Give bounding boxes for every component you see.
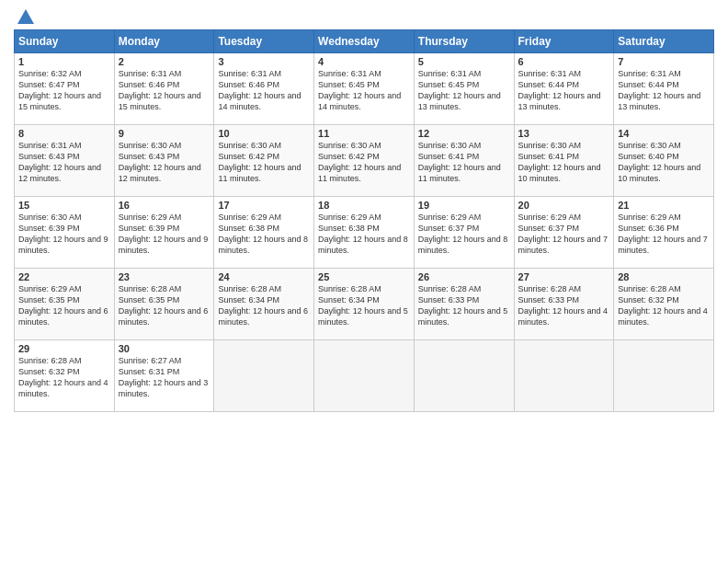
calendar-table: SundayMondayTuesdayWednesdayThursdayFrid…	[14, 29, 714, 412]
day-number: 1	[18, 56, 110, 67]
calendar-cell: 24 Sunrise: 6:28 AM Sunset: 6:34 PM Dayl…	[214, 269, 314, 340]
day-info: Sunrise: 6:30 AM Sunset: 6:39 PM Dayligh…	[18, 212, 110, 257]
day-number: 14	[618, 128, 710, 139]
svg-marker-0	[17, 9, 34, 24]
weekday-header: Thursday	[414, 30, 514, 53]
logo	[14, 9, 36, 22]
day-info: Sunrise: 6:29 AM Sunset: 6:39 PM Dayligh…	[119, 212, 210, 257]
day-number: 27	[518, 271, 610, 282]
weekday-header: Tuesday	[214, 30, 314, 53]
day-number: 2	[119, 56, 210, 67]
day-number: 18	[318, 200, 410, 211]
day-number: 17	[218, 200, 310, 211]
day-number: 10	[218, 128, 310, 139]
calendar-cell: 4 Sunrise: 6:31 AM Sunset: 6:45 PM Dayli…	[314, 53, 415, 125]
weekday-header: Sunday	[15, 30, 115, 53]
calendar-cell: 5 Sunrise: 6:31 AM Sunset: 6:45 PM Dayli…	[414, 53, 514, 125]
calendar-cell: 29 Sunrise: 6:28 AM Sunset: 6:32 PM Dayl…	[15, 340, 115, 412]
day-number: 9	[119, 128, 210, 139]
day-info: Sunrise: 6:28 AM Sunset: 6:35 PM Dayligh…	[119, 283, 210, 328]
calendar-cell: 9 Sunrise: 6:30 AM Sunset: 6:43 PM Dayli…	[114, 125, 214, 197]
day-number: 8	[18, 128, 110, 139]
logo-icon	[16, 7, 36, 28]
weekday-header: Friday	[514, 30, 614, 53]
day-info: Sunrise: 6:29 AM Sunset: 6:37 PM Dayligh…	[418, 212, 510, 257]
day-number: 19	[418, 200, 510, 211]
calendar-cell: 3 Sunrise: 6:31 AM Sunset: 6:46 PM Dayli…	[214, 53, 314, 125]
day-number: 16	[119, 200, 210, 211]
day-number: 7	[618, 56, 710, 67]
day-number: 23	[119, 271, 210, 282]
day-number: 29	[18, 343, 110, 354]
day-number: 21	[618, 200, 710, 211]
calendar-page: SundayMondayTuesdayWednesdayThursdayFrid…	[0, 0, 728, 563]
day-info: Sunrise: 6:29 AM Sunset: 6:38 PM Dayligh…	[218, 212, 310, 257]
calendar-cell: 12 Sunrise: 6:30 AM Sunset: 6:41 PM Dayl…	[414, 125, 514, 197]
calendar-cell: 1 Sunrise: 6:32 AM Sunset: 6:47 PM Dayli…	[15, 53, 115, 125]
weekday-header: Wednesday	[314, 30, 415, 53]
day-info: Sunrise: 6:32 AM Sunset: 6:47 PM Dayligh…	[18, 68, 110, 113]
calendar-cell	[514, 340, 614, 412]
day-number: 24	[218, 271, 310, 282]
day-number: 6	[518, 56, 610, 67]
calendar-cell: 28 Sunrise: 6:28 AM Sunset: 6:32 PM Dayl…	[614, 269, 714, 340]
calendar-cell: 17 Sunrise: 6:29 AM Sunset: 6:38 PM Dayl…	[214, 197, 314, 269]
calendar-cell: 13 Sunrise: 6:30 AM Sunset: 6:41 PM Dayl…	[514, 125, 614, 197]
calendar-week-row: 15 Sunrise: 6:30 AM Sunset: 6:39 PM Dayl…	[15, 197, 714, 269]
day-number: 11	[318, 128, 410, 139]
day-info: Sunrise: 6:31 AM Sunset: 6:46 PM Dayligh…	[119, 68, 210, 113]
calendar-cell: 7 Sunrise: 6:31 AM Sunset: 6:44 PM Dayli…	[614, 53, 714, 125]
day-info: Sunrise: 6:31 AM Sunset: 6:45 PM Dayligh…	[418, 68, 510, 113]
day-info: Sunrise: 6:28 AM Sunset: 6:34 PM Dayligh…	[218, 283, 310, 328]
calendar-cell: 8 Sunrise: 6:31 AM Sunset: 6:43 PM Dayli…	[15, 125, 115, 197]
day-info: Sunrise: 6:28 AM Sunset: 6:33 PM Dayligh…	[518, 283, 610, 328]
day-number: 13	[518, 128, 610, 139]
day-info: Sunrise: 6:30 AM Sunset: 6:41 PM Dayligh…	[418, 140, 510, 185]
day-info: Sunrise: 6:31 AM Sunset: 6:43 PM Dayligh…	[18, 140, 110, 185]
calendar-week-row: 1 Sunrise: 6:32 AM Sunset: 6:47 PM Dayli…	[15, 53, 714, 125]
day-number: 28	[618, 271, 710, 282]
calendar-cell: 6 Sunrise: 6:31 AM Sunset: 6:44 PM Dayli…	[514, 53, 614, 125]
day-number: 30	[119, 343, 210, 354]
calendar-cell	[414, 340, 514, 412]
calendar-cell: 10 Sunrise: 6:30 AM Sunset: 6:42 PM Dayl…	[214, 125, 314, 197]
weekday-header: Saturday	[614, 30, 714, 53]
day-number: 3	[218, 56, 310, 67]
day-info: Sunrise: 6:29 AM Sunset: 6:38 PM Dayligh…	[318, 212, 410, 257]
weekday-header-row: SundayMondayTuesdayWednesdayThursdayFrid…	[15, 30, 714, 53]
day-info: Sunrise: 6:29 AM Sunset: 6:36 PM Dayligh…	[618, 212, 710, 257]
calendar-cell: 16 Sunrise: 6:29 AM Sunset: 6:39 PM Dayl…	[114, 197, 214, 269]
calendar-cell: 19 Sunrise: 6:29 AM Sunset: 6:37 PM Dayl…	[414, 197, 514, 269]
day-info: Sunrise: 6:31 AM Sunset: 6:44 PM Dayligh…	[618, 68, 710, 113]
calendar-cell: 15 Sunrise: 6:30 AM Sunset: 6:39 PM Dayl…	[15, 197, 115, 269]
weekday-header: Monday	[114, 30, 214, 53]
day-info: Sunrise: 6:28 AM Sunset: 6:32 PM Dayligh…	[618, 283, 710, 328]
calendar-cell: 21 Sunrise: 6:29 AM Sunset: 6:36 PM Dayl…	[614, 197, 714, 269]
calendar-cell	[314, 340, 415, 412]
calendar-cell	[614, 340, 714, 412]
day-info: Sunrise: 6:30 AM Sunset: 6:43 PM Dayligh…	[119, 140, 210, 185]
calendar-cell: 20 Sunrise: 6:29 AM Sunset: 6:37 PM Dayl…	[514, 197, 614, 269]
calendar-cell: 25 Sunrise: 6:28 AM Sunset: 6:34 PM Dayl…	[314, 269, 415, 340]
calendar-week-row: 8 Sunrise: 6:31 AM Sunset: 6:43 PM Dayli…	[15, 125, 714, 197]
calendar-cell: 27 Sunrise: 6:28 AM Sunset: 6:33 PM Dayl…	[514, 269, 614, 340]
calendar-week-row: 29 Sunrise: 6:28 AM Sunset: 6:32 PM Dayl…	[15, 340, 714, 412]
calendar-week-row: 22 Sunrise: 6:29 AM Sunset: 6:35 PM Dayl…	[15, 269, 714, 340]
calendar-cell: 14 Sunrise: 6:30 AM Sunset: 6:40 PM Dayl…	[614, 125, 714, 197]
calendar-cell: 30 Sunrise: 6:27 AM Sunset: 6:31 PM Dayl…	[114, 340, 214, 412]
day-info: Sunrise: 6:31 AM Sunset: 6:44 PM Dayligh…	[518, 68, 610, 113]
day-info: Sunrise: 6:28 AM Sunset: 6:33 PM Dayligh…	[418, 283, 510, 328]
day-info: Sunrise: 6:31 AM Sunset: 6:45 PM Dayligh…	[318, 68, 410, 113]
page-header	[14, 9, 714, 22]
day-number: 26	[418, 271, 510, 282]
day-info: Sunrise: 6:30 AM Sunset: 6:42 PM Dayligh…	[318, 140, 410, 185]
day-number: 22	[18, 271, 110, 282]
day-info: Sunrise: 6:27 AM Sunset: 6:31 PM Dayligh…	[119, 355, 210, 400]
day-number: 5	[418, 56, 510, 67]
calendar-cell	[214, 340, 314, 412]
day-number: 12	[418, 128, 510, 139]
day-info: Sunrise: 6:31 AM Sunset: 6:46 PM Dayligh…	[218, 68, 310, 113]
calendar-cell: 23 Sunrise: 6:28 AM Sunset: 6:35 PM Dayl…	[114, 269, 214, 340]
day-info: Sunrise: 6:28 AM Sunset: 6:34 PM Dayligh…	[318, 283, 410, 328]
day-info: Sunrise: 6:29 AM Sunset: 6:37 PM Dayligh…	[518, 212, 610, 257]
